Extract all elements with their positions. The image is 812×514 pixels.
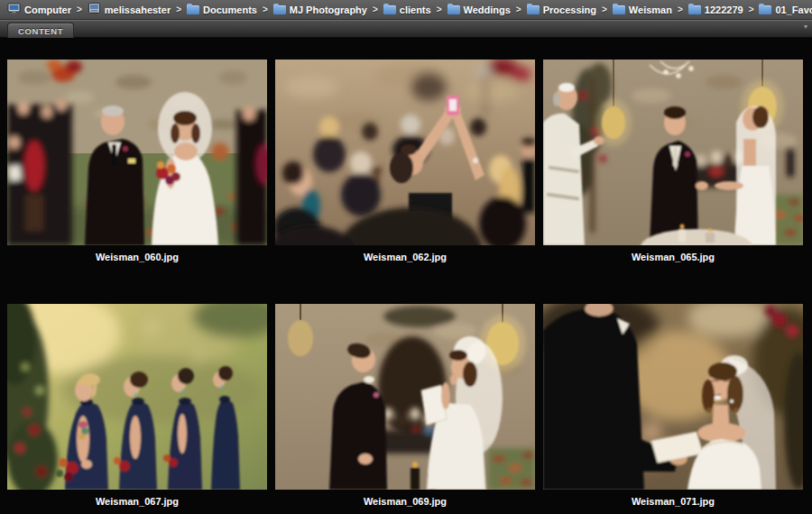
- breadcrumb-item-melissahester[interactable]: melissahester: [88, 2, 171, 18]
- tab-content-label: CONTENT: [18, 26, 63, 36]
- photo-filename[interactable]: Weisman_060.jpg: [7, 252, 267, 262]
- photo-filename[interactable]: Weisman_071.jpg: [543, 496, 803, 507]
- breadcrumb-item-weisman[interactable]: Weisman: [613, 5, 672, 15]
- breadcrumb-separator: >: [602, 5, 607, 14]
- breadcrumb-separator: >: [437, 5, 442, 14]
- breadcrumb-label: Weisman: [629, 5, 672, 15]
- photo-image-guests-camera: [275, 60, 535, 245]
- breadcrumb-item-01-favorites[interactable]: 01_Favorites: [759, 5, 812, 15]
- content-panel: Weisman_060.jpg: [0, 38, 812, 514]
- breadcrumb-label: MJ Photography: [290, 5, 367, 15]
- grid-cell: Weisman_067.jpg: [7, 304, 267, 507]
- breadcrumb-label: Processing: [543, 5, 596, 15]
- photo-image-bride-laughing: [543, 304, 803, 490]
- breadcrumb-item-clients[interactable]: clients: [383, 5, 431, 15]
- photo-thumbnail-weisman-067[interactable]: [7, 304, 267, 490]
- photo-filename[interactable]: Weisman_069.jpg: [275, 496, 535, 507]
- photo-image-bridesmaids: [7, 304, 267, 490]
- folder-icon: [688, 5, 701, 14]
- breadcrumb-label: Documents: [203, 5, 257, 15]
- breadcrumb-label: Computer: [24, 5, 71, 15]
- breadcrumb-item-weddings[interactable]: Weddings: [448, 5, 511, 15]
- photo-thumbnail-weisman-071[interactable]: [543, 304, 803, 490]
- panel-tab-bar: CONTENT ▾: [0, 20, 812, 38]
- grid-cell: Weisman_065.jpg: [543, 60, 803, 262]
- photo-thumbnail-weisman-062[interactable]: [275, 60, 535, 245]
- breadcrumb-label: Weddings: [464, 5, 511, 15]
- breadcrumb-label: melissahester: [105, 5, 171, 15]
- breadcrumb-item-computer[interactable]: Computer: [7, 2, 71, 18]
- photo-filename[interactable]: Weisman_065.jpg: [543, 252, 803, 262]
- breadcrumb: Computer > melissahester > Documents > M…: [0, 0, 812, 20]
- breadcrumb-separator: >: [263, 5, 268, 14]
- photo-thumbnail-weisman-060[interactable]: [7, 60, 267, 245]
- grid-cell: Weisman_062.jpg: [275, 60, 535, 262]
- photo-filename[interactable]: Weisman_062.jpg: [275, 252, 535, 262]
- folder-icon: [448, 5, 460, 14]
- folder-icon: [187, 5, 199, 14]
- photo-image-vows: [275, 304, 535, 490]
- grid-cell: Weisman_071.jpg: [543, 304, 803, 507]
- photo-image-altar-couple: [543, 60, 803, 245]
- folder-icon: [527, 5, 540, 14]
- petals-right: [488, 448, 535, 490]
- breadcrumb-item-processing[interactable]: Processing: [527, 5, 596, 15]
- grid-cell: Weisman_069.jpg: [275, 304, 535, 507]
- breadcrumb-label: 1222279: [705, 5, 743, 15]
- breadcrumb-separator: >: [749, 5, 754, 14]
- folder-icon: [613, 5, 625, 14]
- computer-icon: [7, 2, 21, 18]
- panel-menu-icon[interactable]: ▾: [804, 23, 807, 31]
- folder-icon: [759, 5, 771, 14]
- breadcrumb-item-documents[interactable]: Documents: [187, 5, 257, 15]
- breadcrumb-label: 01_Favorites: [775, 5, 812, 15]
- breadcrumb-separator: >: [373, 5, 378, 14]
- bridge-content-window: Computer > melissahester > Documents > M…: [0, 0, 812, 514]
- tab-content[interactable]: CONTENT: [7, 23, 74, 38]
- photo-thumbnail-weisman-069[interactable]: [275, 304, 535, 490]
- grid-cell: Weisman_060.jpg: [7, 60, 267, 262]
- breadcrumb-separator: >: [77, 5, 82, 14]
- breadcrumb-item-1222279[interactable]: 1222279: [688, 5, 743, 15]
- user-computer-icon: [88, 2, 101, 18]
- photo-image-bride-father-aisle: [7, 60, 267, 245]
- folder-icon: [383, 5, 396, 14]
- folder-icon: [273, 5, 286, 14]
- guests-right: [236, 106, 267, 245]
- breadcrumb-separator: >: [516, 5, 521, 14]
- photo-filename[interactable]: Weisman_067.jpg: [7, 496, 267, 507]
- breadcrumb-separator: >: [176, 5, 181, 14]
- breadcrumb-item-mj-photography[interactable]: MJ Photography: [273, 5, 367, 15]
- photo-thumbnail-weisman-065[interactable]: [543, 60, 803, 245]
- breadcrumb-separator: >: [678, 5, 683, 14]
- breadcrumb-label: clients: [400, 5, 431, 15]
